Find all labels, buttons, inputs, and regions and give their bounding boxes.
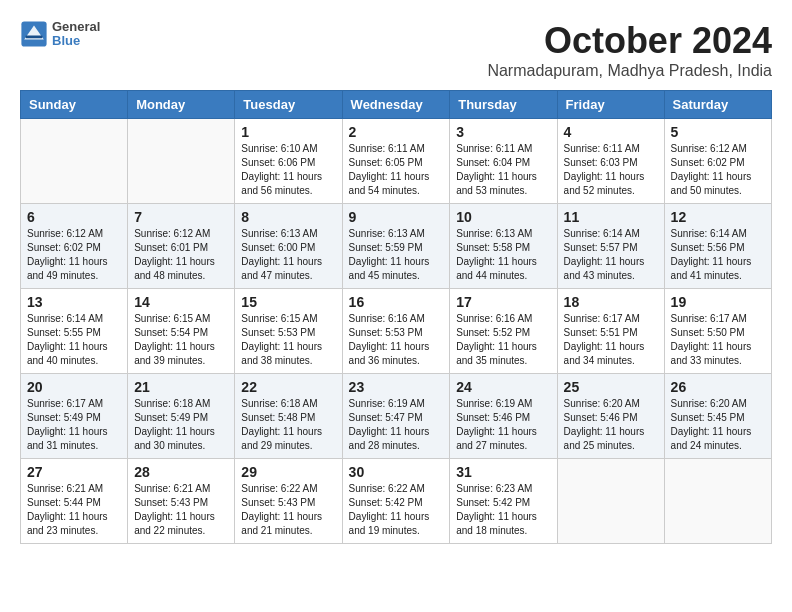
day-info: Sunrise: 6:14 AM Sunset: 5:56 PM Dayligh…: [671, 227, 765, 283]
calendar-cell: 14Sunrise: 6:15 AM Sunset: 5:54 PM Dayli…: [128, 289, 235, 374]
day-number: 14: [134, 294, 228, 310]
calendar-cell: 18Sunrise: 6:17 AM Sunset: 5:51 PM Dayli…: [557, 289, 664, 374]
calendar-cell: 8Sunrise: 6:13 AM Sunset: 6:00 PM Daylig…: [235, 204, 342, 289]
day-number: 23: [349, 379, 444, 395]
day-number: 31: [456, 464, 550, 480]
weekday-header-wednesday: Wednesday: [342, 91, 450, 119]
day-info: Sunrise: 6:23 AM Sunset: 5:42 PM Dayligh…: [456, 482, 550, 538]
calendar-cell: 9Sunrise: 6:13 AM Sunset: 5:59 PM Daylig…: [342, 204, 450, 289]
logo-general: General: [52, 20, 100, 34]
day-info: Sunrise: 6:22 AM Sunset: 5:42 PM Dayligh…: [349, 482, 444, 538]
day-number: 13: [27, 294, 121, 310]
day-number: 10: [456, 209, 550, 225]
day-info: Sunrise: 6:18 AM Sunset: 5:49 PM Dayligh…: [134, 397, 228, 453]
calendar-cell: 19Sunrise: 6:17 AM Sunset: 5:50 PM Dayli…: [664, 289, 771, 374]
calendar-cell: 2Sunrise: 6:11 AM Sunset: 6:05 PM Daylig…: [342, 119, 450, 204]
day-number: 11: [564, 209, 658, 225]
calendar-cell: [21, 119, 128, 204]
calendar-cell: [557, 459, 664, 544]
calendar-cell: 20Sunrise: 6:17 AM Sunset: 5:49 PM Dayli…: [21, 374, 128, 459]
day-info: Sunrise: 6:16 AM Sunset: 5:53 PM Dayligh…: [349, 312, 444, 368]
day-info: Sunrise: 6:13 AM Sunset: 5:59 PM Dayligh…: [349, 227, 444, 283]
day-info: Sunrise: 6:20 AM Sunset: 5:46 PM Dayligh…: [564, 397, 658, 453]
calendar-cell: 21Sunrise: 6:18 AM Sunset: 5:49 PM Dayli…: [128, 374, 235, 459]
month-title: October 2024: [487, 20, 772, 62]
day-info: Sunrise: 6:19 AM Sunset: 5:47 PM Dayligh…: [349, 397, 444, 453]
calendar-cell: 23Sunrise: 6:19 AM Sunset: 5:47 PM Dayli…: [342, 374, 450, 459]
logo: General Blue: [20, 20, 100, 49]
day-number: 1: [241, 124, 335, 140]
calendar-cell: 15Sunrise: 6:15 AM Sunset: 5:53 PM Dayli…: [235, 289, 342, 374]
calendar-cell: 26Sunrise: 6:20 AM Sunset: 5:45 PM Dayli…: [664, 374, 771, 459]
logo-blue: Blue: [52, 34, 100, 48]
day-info: Sunrise: 6:11 AM Sunset: 6:05 PM Dayligh…: [349, 142, 444, 198]
calendar-cell: 1Sunrise: 6:10 AM Sunset: 6:06 PM Daylig…: [235, 119, 342, 204]
day-number: 15: [241, 294, 335, 310]
calendar-cell: 3Sunrise: 6:11 AM Sunset: 6:04 PM Daylig…: [450, 119, 557, 204]
calendar-cell: 24Sunrise: 6:19 AM Sunset: 5:46 PM Dayli…: [450, 374, 557, 459]
day-info: Sunrise: 6:12 AM Sunset: 6:02 PM Dayligh…: [671, 142, 765, 198]
calendar-cell: 17Sunrise: 6:16 AM Sunset: 5:52 PM Dayli…: [450, 289, 557, 374]
day-info: Sunrise: 6:11 AM Sunset: 6:04 PM Dayligh…: [456, 142, 550, 198]
title-block: October 2024 Narmadapuram, Madhya Prades…: [487, 20, 772, 80]
day-info: Sunrise: 6:15 AM Sunset: 5:54 PM Dayligh…: [134, 312, 228, 368]
weekday-header-thursday: Thursday: [450, 91, 557, 119]
calendar-week-row: 20Sunrise: 6:17 AM Sunset: 5:49 PM Dayli…: [21, 374, 772, 459]
day-info: Sunrise: 6:14 AM Sunset: 5:55 PM Dayligh…: [27, 312, 121, 368]
calendar-cell: 31Sunrise: 6:23 AM Sunset: 5:42 PM Dayli…: [450, 459, 557, 544]
calendar-cell: [664, 459, 771, 544]
day-info: Sunrise: 6:16 AM Sunset: 5:52 PM Dayligh…: [456, 312, 550, 368]
weekday-header-saturday: Saturday: [664, 91, 771, 119]
day-number: 9: [349, 209, 444, 225]
calendar-cell: 25Sunrise: 6:20 AM Sunset: 5:46 PM Dayli…: [557, 374, 664, 459]
day-info: Sunrise: 6:11 AM Sunset: 6:03 PM Dayligh…: [564, 142, 658, 198]
day-number: 19: [671, 294, 765, 310]
page-header: General Blue October 2024 Narmadapuram, …: [20, 20, 772, 80]
calendar-table: SundayMondayTuesdayWednesdayThursdayFrid…: [20, 90, 772, 544]
day-info: Sunrise: 6:20 AM Sunset: 5:45 PM Dayligh…: [671, 397, 765, 453]
calendar-week-row: 27Sunrise: 6:21 AM Sunset: 5:44 PM Dayli…: [21, 459, 772, 544]
day-info: Sunrise: 6:13 AM Sunset: 5:58 PM Dayligh…: [456, 227, 550, 283]
calendar-cell: 16Sunrise: 6:16 AM Sunset: 5:53 PM Dayli…: [342, 289, 450, 374]
day-info: Sunrise: 6:12 AM Sunset: 6:02 PM Dayligh…: [27, 227, 121, 283]
weekday-header-sunday: Sunday: [21, 91, 128, 119]
day-number: 12: [671, 209, 765, 225]
logo-text: General Blue: [52, 20, 100, 49]
day-number: 28: [134, 464, 228, 480]
weekday-header-friday: Friday: [557, 91, 664, 119]
svg-rect-2: [26, 36, 43, 39]
calendar-cell: 27Sunrise: 6:21 AM Sunset: 5:44 PM Dayli…: [21, 459, 128, 544]
day-info: Sunrise: 6:21 AM Sunset: 5:44 PM Dayligh…: [27, 482, 121, 538]
calendar-cell: 29Sunrise: 6:22 AM Sunset: 5:43 PM Dayli…: [235, 459, 342, 544]
day-info: Sunrise: 6:13 AM Sunset: 6:00 PM Dayligh…: [241, 227, 335, 283]
day-number: 7: [134, 209, 228, 225]
day-number: 4: [564, 124, 658, 140]
calendar-cell: 22Sunrise: 6:18 AM Sunset: 5:48 PM Dayli…: [235, 374, 342, 459]
day-number: 27: [27, 464, 121, 480]
day-number: 30: [349, 464, 444, 480]
location-title: Narmadapuram, Madhya Pradesh, India: [487, 62, 772, 80]
day-number: 24: [456, 379, 550, 395]
day-number: 6: [27, 209, 121, 225]
calendar-week-row: 13Sunrise: 6:14 AM Sunset: 5:55 PM Dayli…: [21, 289, 772, 374]
weekday-header-monday: Monday: [128, 91, 235, 119]
day-info: Sunrise: 6:14 AM Sunset: 5:57 PM Dayligh…: [564, 227, 658, 283]
day-number: 8: [241, 209, 335, 225]
day-number: 2: [349, 124, 444, 140]
day-number: 21: [134, 379, 228, 395]
day-info: Sunrise: 6:17 AM Sunset: 5:49 PM Dayligh…: [27, 397, 121, 453]
day-number: 25: [564, 379, 658, 395]
logo-icon: [20, 20, 48, 48]
day-number: 22: [241, 379, 335, 395]
day-info: Sunrise: 6:17 AM Sunset: 5:50 PM Dayligh…: [671, 312, 765, 368]
day-number: 20: [27, 379, 121, 395]
calendar-cell: 28Sunrise: 6:21 AM Sunset: 5:43 PM Dayli…: [128, 459, 235, 544]
calendar-cell: [128, 119, 235, 204]
calendar-cell: 11Sunrise: 6:14 AM Sunset: 5:57 PM Dayli…: [557, 204, 664, 289]
calendar-cell: 10Sunrise: 6:13 AM Sunset: 5:58 PM Dayli…: [450, 204, 557, 289]
day-info: Sunrise: 6:12 AM Sunset: 6:01 PM Dayligh…: [134, 227, 228, 283]
weekday-header-tuesday: Tuesday: [235, 91, 342, 119]
day-number: 26: [671, 379, 765, 395]
day-info: Sunrise: 6:18 AM Sunset: 5:48 PM Dayligh…: [241, 397, 335, 453]
day-number: 17: [456, 294, 550, 310]
